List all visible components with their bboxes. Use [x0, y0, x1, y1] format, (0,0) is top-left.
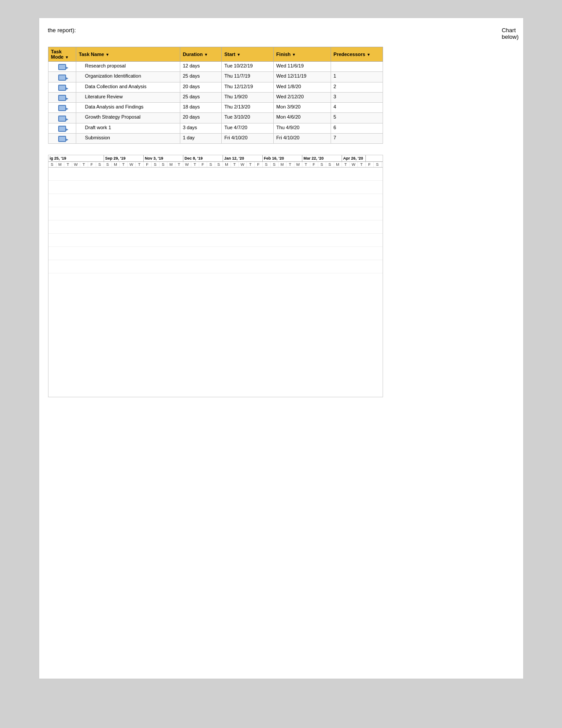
duration-cell: 25 days [180, 72, 221, 82]
gantt-day-cell: W [350, 162, 358, 167]
col-duration[interactable]: Duration ▼ [180, 47, 221, 62]
gantt-day-cell: W [72, 162, 80, 167]
predecessors-cell: 2 [331, 82, 383, 92]
table-row: ▶Growth Strategy Proposal20 daysTue 3/10… [48, 113, 383, 123]
table-row: ▶Submission1 dayFri 4/10/20Fri 4/10/207 [48, 134, 383, 144]
predecessors-cell: 3 [331, 92, 383, 102]
gantt-day-cell: S [263, 162, 271, 167]
gantt-day-cell: M [112, 162, 120, 167]
chart-label-line1: Chart [502, 27, 516, 34]
gantt-day-cell: W [239, 162, 247, 167]
predecessors-cell: 1 [331, 72, 383, 82]
finish-cell: Wed 12/11/19 [273, 72, 331, 82]
predecessors-cell: 6 [331, 123, 383, 133]
col-predecessors[interactable]: Predecessors ▼ [331, 47, 383, 62]
start-cell: Tue 10/22/19 [221, 62, 273, 72]
finish-cell: Fri 4/10/20 [273, 134, 331, 144]
duration-cell: 20 days [180, 113, 221, 123]
gantt-day-cell: S [152, 162, 160, 167]
finish-cell: Wed 11/6/19 [273, 62, 331, 72]
gantt-date-group: ig 25, '19 [48, 155, 104, 161]
task-name-cell: Submission [76, 134, 180, 144]
task-name-cell: Draft work 1 [76, 123, 180, 133]
duration-cell: 20 days [180, 82, 221, 92]
gantt-day-cell: M [56, 162, 64, 167]
duration-cell: 3 days [180, 123, 221, 133]
gantt-day-cell: T [120, 162, 128, 167]
gantt-day-cell: W [294, 162, 302, 167]
gantt-day-cell: F [199, 162, 207, 167]
gantt-day-cell: S [207, 162, 215, 167]
finish-cell: Wed 2/12/20 [273, 92, 331, 102]
gantt-date-group: Dec 8, '19 [183, 155, 223, 161]
col-task-mode[interactable]: TaskMode ▼ [48, 47, 76, 62]
finish-cell: Thu 4/9/20 [273, 123, 331, 133]
task-mode-cell: ▶ [48, 113, 76, 123]
gantt-day-cell: S [48, 162, 56, 167]
gantt-day-cell: S [271, 162, 279, 167]
table-row: ▶Organization Identification25 daysThu 1… [48, 72, 383, 82]
gantt-day-cell: M [334, 162, 342, 167]
gantt-row: Submission [48, 260, 383, 273]
gantt-day-cell: W [183, 162, 191, 167]
start-cell: Tue 4/7/20 [221, 123, 273, 133]
chart-label: Chart below) [502, 27, 518, 40]
task-mode-cell: ▶ [48, 103, 76, 113]
predecessors-cell: 7 [331, 134, 383, 144]
gantt-day-cell: M [167, 162, 175, 167]
start-cell: Thu 11/7/19 [221, 72, 273, 82]
duration-cell: 12 days [180, 62, 221, 72]
col-finish[interactable]: Finish ▼ [273, 47, 331, 62]
gantt-day-cell: M [279, 162, 287, 167]
gantt-header-top: ig 25, '19Sep 29, '19Nov 3, '19Dec 8, '1… [48, 155, 383, 162]
gantt-chart-section: ig 25, '19Sep 29, '19Nov 3, '19Dec 8, '1… [48, 155, 383, 397]
gantt-day-cell: T [175, 162, 183, 167]
table-row: ▶Data Collection and Analysis20 daysThu … [48, 82, 383, 92]
col-start[interactable]: Start ▼ [221, 47, 273, 62]
gantt-day-cell: S [215, 162, 223, 167]
task-name-cell: Growth Strategy Proposal [76, 113, 180, 123]
gantt-row: Data Analysis and Findings [48, 220, 383, 234]
gantt-day-cell: S [104, 162, 112, 167]
table-row: ▶Draft work 13 daysTue 4/7/20Thu 4/9/206 [48, 123, 383, 133]
table-row: ▶Data Analysis and Findings18 daysThu 2/… [48, 103, 383, 113]
gantt-day-cell: S [318, 162, 326, 167]
gantt-row: Organization Identification [48, 181, 383, 194]
predecessors-cell: 5 [331, 113, 383, 123]
task-name-cell: Organization Identification [76, 72, 180, 82]
finish-cell: Mon 3/9/20 [273, 103, 331, 113]
gantt-day-cell: T [342, 162, 350, 167]
gantt-day-cell: T [64, 162, 72, 167]
col-task-name[interactable]: Task Name ▼ [76, 47, 180, 62]
gantt-row: Research proposal [48, 168, 383, 181]
gantt-day-cell: F [88, 162, 96, 167]
start-cell: Tue 3/10/20 [221, 113, 273, 123]
gantt-day-cell: F [255, 162, 263, 167]
start-cell: Thu 12/12/19 [221, 82, 273, 92]
start-cell: Fri 4/10/20 [221, 134, 273, 144]
gantt-day-cell: T [358, 162, 366, 167]
task-name-cell: Data Collection and Analysis [76, 82, 180, 92]
gantt-date-group: Mar 22, '20 [302, 155, 342, 161]
task-mode-cell: ▶ [48, 123, 76, 133]
gantt-day-cell: S [374, 162, 382, 167]
header-text: the report): [48, 27, 514, 34]
duration-cell: 25 days [180, 92, 221, 102]
gantt-day-cell: T [287, 162, 294, 167]
gantt-day-cell: W [128, 162, 136, 167]
finish-cell: Mon 4/6/20 [273, 113, 331, 123]
finish-cell: Wed 1/8/20 [273, 82, 331, 92]
gantt-date-group: Nov 3, '19 [144, 155, 183, 161]
gantt-day-cell: S [96, 162, 104, 167]
gantt-day-cell: T [231, 162, 239, 167]
start-cell: Thu 2/13/20 [221, 103, 273, 113]
gantt-day-cell: S [326, 162, 334, 167]
gantt-day-cell: T [302, 162, 310, 167]
gantt-row: Growth Strategy Proposal [48, 234, 383, 247]
gantt-row: Data Collection and Analysis [48, 194, 383, 207]
gantt-day-cell: M [223, 162, 231, 167]
gantt-day-cell: T [191, 162, 199, 167]
page-container: the report): Chart below) TaskMode ▼ Tas… [39, 18, 524, 679]
start-cell: Thu 1/9/20 [221, 92, 273, 102]
table-row: ▶Research proposal12 daysTue 10/22/19Wed… [48, 62, 383, 72]
